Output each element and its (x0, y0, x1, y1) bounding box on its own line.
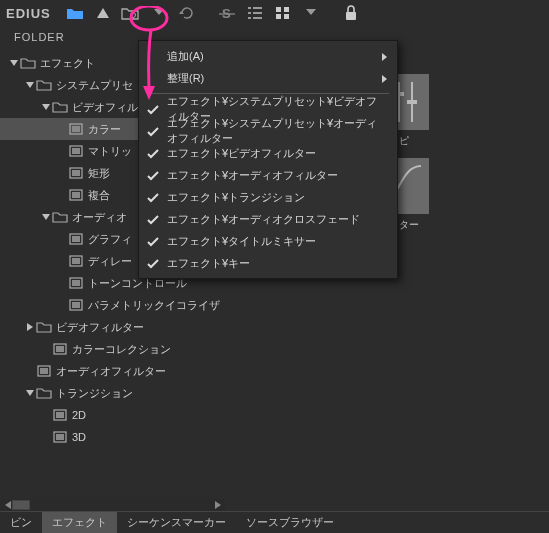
svg-rect-24 (72, 148, 80, 154)
svg-rect-47 (56, 434, 64, 440)
svg-marker-19 (26, 82, 34, 88)
context-menu-item[interactable]: 追加(A) (139, 45, 397, 67)
svg-rect-22 (72, 126, 80, 132)
tab-label: エフェクト (52, 515, 107, 530)
scroll-right-arrow-icon[interactable] (213, 500, 223, 510)
svg-marker-48 (5, 501, 11, 509)
folder-link-icon[interactable] (119, 2, 143, 24)
tree-row[interactable]: ビデオフィルター (0, 316, 225, 338)
tree-twisty-none (56, 189, 68, 201)
folder-icon (36, 77, 52, 93)
check-icon (147, 148, 159, 160)
scrollbar-thumb[interactable] (12, 500, 30, 510)
tab-label: ビン (10, 515, 32, 530)
check-icon (147, 126, 159, 138)
triangle-up-icon[interactable] (91, 2, 115, 24)
svg-rect-13 (284, 7, 289, 12)
svg-rect-37 (72, 302, 80, 308)
context-menu-check-item[interactable]: エフェクト¥キー (139, 252, 397, 274)
tree-row-label: マトリッ (88, 144, 132, 159)
panel-tab[interactable]: ソースブラウザー (236, 512, 344, 534)
chevron-down-icon[interactable] (147, 2, 171, 24)
check-icon (147, 258, 159, 270)
tree-row[interactable]: トランジション (0, 382, 225, 404)
svg-rect-14 (276, 14, 281, 19)
preset-icon (36, 363, 52, 379)
context-menu-check-item[interactable]: エフェクト¥オーディオクロスフェード (139, 208, 397, 230)
context-menu-label: エフェクト¥キー (167, 256, 250, 271)
list-view-icon[interactable] (243, 2, 267, 24)
tab-label: シーケンスマーカー (127, 515, 226, 530)
tree-twisty-icon[interactable] (24, 387, 36, 399)
refresh-icon[interactable] (175, 2, 199, 24)
svg-marker-29 (42, 214, 50, 220)
preset-icon (68, 253, 84, 269)
check-icon (147, 214, 159, 226)
svg-marker-2 (154, 9, 164, 15)
folder-icon (20, 55, 36, 71)
tree-twisty-icon[interactable] (40, 211, 52, 223)
svg-rect-31 (72, 236, 80, 242)
svg-rect-28 (72, 192, 80, 198)
chevron-down-icon[interactable] (299, 2, 323, 24)
preset-icon (68, 297, 84, 313)
grid-view-icon[interactable] (271, 2, 295, 24)
tree-row-label: システムプリセ (56, 78, 133, 93)
tree-row[interactable]: パラメトリックイコライザ (0, 294, 225, 316)
scroll-left-arrow-icon[interactable] (2, 500, 12, 510)
svg-rect-9 (253, 12, 262, 14)
context-menu-check-item[interactable]: エフェクト¥ビデオフィルター (139, 142, 397, 164)
tree-twisty-icon[interactable] (24, 79, 36, 91)
app-brand: EDIUS (6, 6, 51, 21)
tree-twisty-none (56, 167, 68, 179)
context-menu-check-item[interactable]: エフェクト¥システムプリセット¥オーディオフィルター (139, 120, 397, 142)
tree-twisty-none (40, 431, 52, 443)
check-icon (147, 170, 159, 182)
context-menu-item[interactable]: 整理(R) (139, 67, 397, 89)
svg-rect-26 (72, 170, 80, 176)
context-menu-label: エフェクト¥ビデオフィルター (167, 146, 316, 161)
folder-open-icon[interactable] (63, 2, 87, 24)
tree-row-label: ビデオフィル (72, 100, 138, 115)
folder-icon (36, 385, 52, 401)
svg-rect-10 (248, 17, 251, 19)
check-icon (147, 192, 159, 204)
preset-icon (52, 429, 68, 445)
svg-marker-20 (42, 104, 50, 110)
tree-row[interactable]: オーディオフィルター (0, 360, 225, 382)
tree-row[interactable]: カラーコレクション (0, 338, 225, 360)
tree-row-label: パラメトリックイコライザ (88, 298, 220, 313)
panel-tabs: ビンエフェクトシーケンスマーカーソースブラウザー (0, 511, 549, 533)
tree-twisty-icon[interactable] (24, 321, 36, 333)
svg-rect-17 (346, 12, 356, 20)
preset-icon (68, 165, 84, 181)
tree-horizontal-scrollbar[interactable] (0, 499, 225, 511)
panel-tab[interactable]: エフェクト (42, 512, 117, 534)
svg-marker-18 (10, 60, 18, 66)
tree-twisty-icon[interactable] (40, 101, 52, 113)
tree-row[interactable]: 3D (0, 426, 225, 448)
svg-rect-11 (253, 17, 262, 19)
svg-marker-49 (215, 501, 221, 509)
svg-rect-7 (253, 7, 262, 9)
panel-tab[interactable]: ビン (0, 512, 42, 534)
context-menu-check-item[interactable]: エフェクト¥タイトルミキサー (139, 230, 397, 252)
tree-twisty-icon[interactable] (8, 57, 20, 69)
lock-icon[interactable] (339, 2, 363, 24)
tree-row-label: カラー (88, 122, 121, 137)
check-icon (147, 104, 159, 116)
context-menu-label: 整理(R) (167, 71, 204, 86)
svg-rect-35 (72, 280, 80, 286)
svg-marker-0 (97, 8, 109, 18)
context-menu-check-item[interactable]: エフェクト¥オーディオフィルター (139, 164, 397, 186)
tree-row[interactable]: 2D (0, 404, 225, 426)
svg-rect-33 (72, 258, 80, 264)
svg-rect-6 (248, 7, 251, 9)
strikethrough-icon[interactable]: S (215, 2, 239, 24)
folder-icon (36, 319, 52, 335)
svg-rect-42 (40, 368, 48, 374)
context-menu-check-item[interactable]: エフェクト¥トランジション (139, 186, 397, 208)
panel-tab[interactable]: シーケンスマーカー (117, 512, 236, 534)
title-bar: EDIUS S (0, 0, 549, 26)
preset-icon (68, 121, 84, 137)
